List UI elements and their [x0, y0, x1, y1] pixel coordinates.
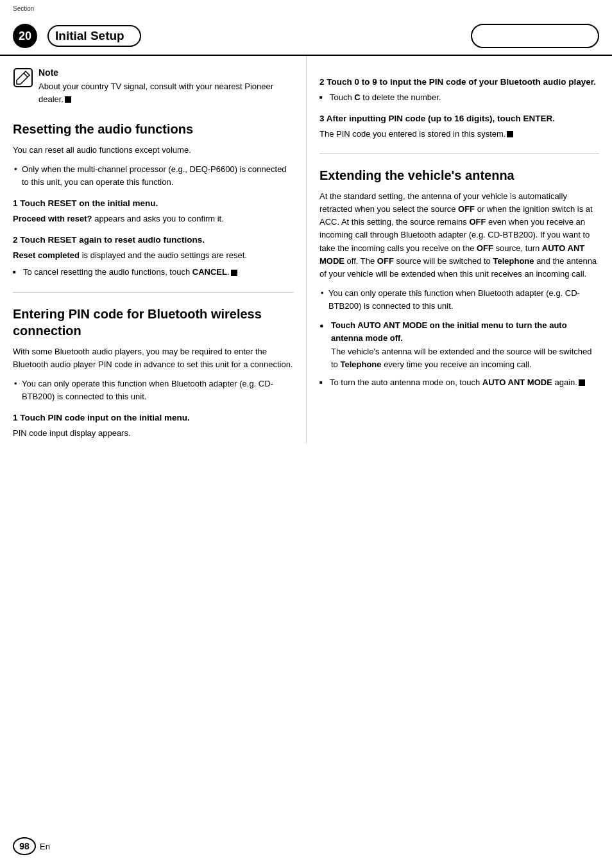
resetting-step1-body: Proceed with reset? appears and asks you… [13, 213, 293, 225]
entering-pin-step2-bullet: Touch C to delete the number. [319, 91, 599, 104]
extending-big-dot-list: Touch AUTO ANT MODE on the initial menu … [319, 319, 599, 371]
extending-sq-item: To turn the auto antenna mode on, touch … [319, 376, 599, 389]
entering-pin-bullet-1: You can only operate this function when … [13, 378, 293, 403]
page-number: 98 [13, 837, 36, 855]
note-box: Note About your country TV signal, consu… [13, 67, 293, 105]
note-text: About your country TV signal, consult wi… [38, 80, 293, 105]
entering-pin-heading: Entering PIN code for Bluetooth wireless… [13, 306, 293, 339]
entering-pin-section: Entering PIN code for Bluetooth wireless… [13, 306, 293, 440]
extending-auto-ant-item: Touch AUTO ANT MODE on the initial menu … [319, 319, 599, 371]
stop-symbol-pin [507, 131, 513, 137]
resetting-cancel-item: To cancel resetting the audio functions,… [13, 266, 293, 279]
resetting-step1-heading: 1 Touch RESET on the initial menu. [13, 198, 293, 210]
section-label: Section [13, 5, 34, 12]
stop-symbol-note [65, 96, 71, 103]
note-content: Note About your country TV signal, consu… [38, 67, 293, 105]
extending-section: Extending the vehicle's antenna At the s… [319, 167, 599, 389]
note-title: Note [38, 67, 293, 78]
title-pill: Initial Setup [47, 25, 141, 47]
resetting-intro: You can reset all audio functions except… [13, 144, 293, 157]
stop-symbol-cancel [231, 270, 237, 276]
note-icon [13, 67, 33, 88]
content-area: Note About your country TV signal, consu… [0, 56, 612, 444]
entering-pin-intro: With some Bluetooth audio players, you m… [13, 345, 293, 371]
page: Section 20 Initial Setup [0, 0, 612, 868]
right-column: 2 Touch 0 to 9 to input the PIN code of … [306, 56, 599, 444]
entering-pin-step2-list: Touch C to delete the number. [319, 91, 599, 104]
page-title: Initial Setup [55, 29, 124, 43]
footer: 98 En [13, 837, 599, 855]
entering-pin-right-section: 2 Touch 0 to 9 to input the PIN code of … [319, 76, 599, 141]
resetting-section: Resetting the audio functions You can re… [13, 121, 293, 279]
extending-sq-list: To turn the auto antenna mode on, touch … [319, 376, 599, 389]
divider-2 [319, 153, 599, 154]
extending-bullet-1: You can only operate this function when … [319, 287, 599, 313]
extending-intro: At the standard setting, the antenna of … [319, 190, 599, 281]
resetting-bullet-1: Only when the multi-channel processor (e… [13, 163, 293, 189]
resetting-step2-body: Reset completed is displayed and the aud… [13, 249, 293, 262]
section-number: 20 [13, 24, 37, 48]
entering-pin-step3-heading: 3 After inputting PIN code (up to 16 dig… [319, 113, 599, 125]
entering-pin-step1-body: PIN code input display appears. [13, 427, 293, 440]
resetting-bullets: Only when the multi-channel processor (e… [13, 163, 293, 189]
entering-pin-bullets: You can only operate this function when … [13, 378, 293, 403]
entering-pin-step3-body: The PIN code you entered is stored in th… [319, 128, 599, 141]
resetting-heading: Resetting the audio functions [13, 121, 293, 137]
entering-pin-step2-heading: 2 Touch 0 to 9 to input the PIN code of … [319, 76, 599, 89]
extending-bullets: You can only operate this function when … [319, 287, 599, 313]
resetting-step2-heading: 2 Touch RESET again to reset audio funct… [13, 234, 293, 247]
extending-heading: Extending the vehicle's antenna [319, 167, 599, 184]
entering-pin-step1-heading: 1 Touch PIN code input on the initial me… [13, 412, 293, 424]
resetting-cancel-list: To cancel resetting the audio functions,… [13, 266, 293, 279]
left-column: Note About your country TV signal, consu… [13, 56, 306, 444]
svg-line-1 [24, 73, 28, 77]
divider-1 [13, 292, 293, 293]
header: Section 20 Initial Setup [0, 0, 612, 56]
footer-language: En [40, 842, 50, 851]
header-right-pill [471, 24, 599, 48]
stop-symbol-antenna [579, 379, 585, 386]
